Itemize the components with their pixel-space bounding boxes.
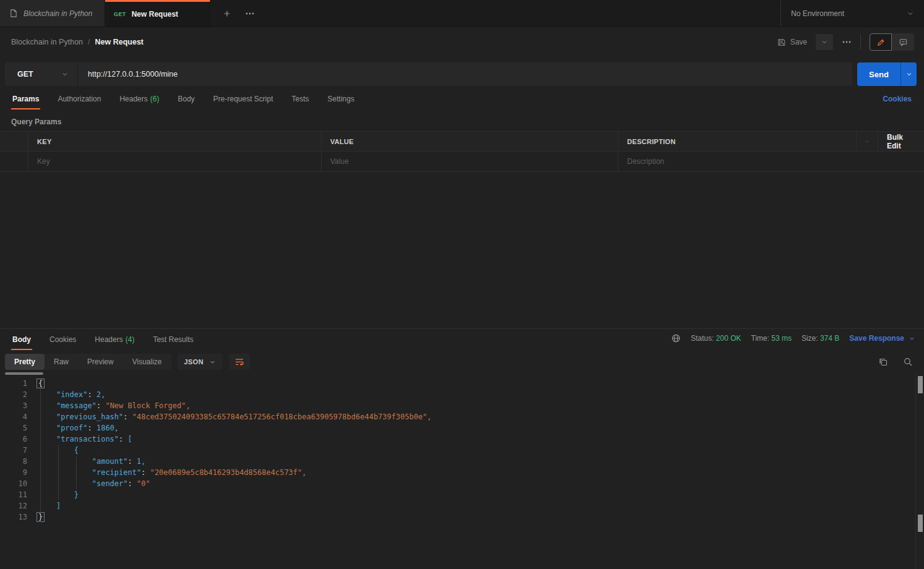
send-options-button[interactable] — [900, 62, 917, 86]
code-text: ] — [27, 500, 61, 511]
view-raw[interactable]: Raw — [45, 354, 78, 370]
fold-toggle[interactable]: { — [36, 379, 45, 388]
response-pane: Body Cookies Headers(4) Test Results Sta… — [0, 328, 924, 569]
key-input[interactable]: Key — [28, 152, 322, 171]
response-toolbar-right — [878, 357, 913, 367]
line-number: 12 — [0, 500, 27, 511]
tab-collection[interactable]: Blockchain in Python — [0, 0, 105, 27]
tab-authorization[interactable]: Authorization — [56, 92, 102, 109]
response-view-toolbar: Pretty Raw Preview Visualize JSON — [0, 351, 924, 372]
code-text: "amount": 1, — [27, 456, 145, 467]
request-header-row: Blockchain in Python / New Request Save — [0, 27, 924, 57]
indent-guide — [40, 389, 41, 511]
search-response-button[interactable] — [903, 357, 913, 367]
tab-settings-label: Settings — [328, 95, 354, 103]
bulk-edit-button[interactable]: Bulk Edit — [878, 132, 924, 151]
status-badge: Status: 200 OK — [691, 334, 741, 343]
line-number: 8 — [0, 456, 27, 467]
scrollbar-thumb[interactable] — [918, 376, 923, 393]
url-input[interactable] — [78, 62, 852, 86]
tab-options-button[interactable] — [245, 9, 255, 19]
tab-headers[interactable]: Headers(6) — [118, 92, 160, 109]
edit-documentation-button[interactable] — [870, 33, 892, 51]
code-line: 4 "previous_hash": "48ced375024093385c65… — [0, 411, 924, 422]
breadcrumb-separator: / — [88, 38, 90, 46]
code-line: 5 "proof": 1860, — [0, 422, 924, 434]
table-row: Key Value Description — [0, 152, 924, 171]
tab-tests[interactable]: Tests — [291, 92, 310, 109]
code-line: 9 "recipient": "20e0689e5c8b416293b4d856… — [0, 467, 924, 478]
response-tab-body-label: Body — [12, 335, 31, 344]
format-selector[interactable]: JSON — [178, 354, 223, 370]
select-all-cell[interactable] — [0, 132, 28, 151]
wrap-lines-button[interactable] — [229, 354, 250, 370]
horizontal-scrollbar[interactable] — [5, 372, 43, 375]
environment-label: No Environment — [791, 9, 844, 18]
response-tab-test-results[interactable]: Test Results — [152, 332, 194, 350]
indent-guide — [58, 445, 59, 500]
network-globe-icon[interactable] — [671, 333, 681, 343]
tab-params-label: Params — [12, 95, 39, 103]
table-options-button[interactable] — [857, 132, 878, 151]
request-tab-method: GET — [114, 11, 126, 17]
new-tab-button[interactable] — [223, 9, 231, 18]
vertical-scrollbar[interactable] — [915, 372, 924, 569]
tab-authorization-label: Authorization — [58, 95, 101, 103]
tab-pre-request-script[interactable]: Pre-request Script — [212, 92, 275, 109]
breadcrumb-collection[interactable]: Blockchain in Python — [11, 38, 83, 46]
copy-response-button[interactable] — [878, 357, 888, 367]
line-number: 13 — [0, 511, 27, 523]
tab-params[interactable]: Params — [11, 92, 40, 109]
value-input[interactable]: Value — [322, 152, 618, 171]
search-icon — [903, 357, 913, 367]
comments-button[interactable] — [892, 33, 914, 51]
row-select-cell[interactable] — [0, 152, 28, 171]
response-tab-headers[interactable]: Headers(4) — [93, 332, 135, 350]
environment-selector[interactable]: No Environment — [781, 0, 924, 27]
tab-request-active[interactable]: GET New Request — [105, 0, 210, 27]
status-label: Status: — [691, 334, 714, 343]
line-number: 10 — [0, 478, 27, 489]
request-header-actions: Save — [777, 33, 914, 51]
response-tabs: Body Cookies Headers(4) Test Results Sta… — [0, 329, 924, 351]
request-tabs: Params Authorization Headers(6) Body Pre… — [0, 92, 924, 113]
code-text: "proof": 1860, — [27, 422, 119, 434]
query-params-header: Query Params — [0, 113, 924, 131]
view-preview[interactable]: Preview — [78, 354, 123, 370]
save-response-button[interactable]: Save Response — [849, 334, 915, 343]
response-meta: Status: 200 OK Time: 53 ms Size: 374 B S… — [671, 332, 915, 343]
description-input[interactable]: Description — [618, 152, 924, 171]
scrollbar-thumb[interactable] — [918, 515, 923, 532]
copy-icon — [878, 357, 888, 367]
method-selector[interactable]: GET — [5, 62, 78, 86]
code-line: 3 "message": "New Block Forged", — [0, 400, 924, 411]
code-line: 1{ — [0, 378, 924, 389]
postman-app: Blockchain in Python GET New Request No … — [0, 0, 924, 569]
column-header-key: KEY — [28, 132, 322, 151]
line-number: 4 — [0, 411, 27, 422]
pencil-icon — [876, 38, 886, 47]
line-number: 2 — [0, 389, 27, 400]
response-tab-cookies[interactable]: Cookies — [48, 332, 77, 350]
code-text: { — [27, 445, 79, 456]
more-actions-button[interactable] — [842, 37, 852, 47]
view-visualize[interactable]: Visualize — [123, 354, 171, 370]
tab-body[interactable]: Body — [176, 92, 195, 109]
code-text: "transactions": [ — [27, 434, 132, 445]
line-number: 7 — [0, 445, 27, 456]
tab-bar-actions — [210, 0, 267, 27]
fold-toggle[interactable]: } — [36, 512, 45, 522]
code-text: "sender": "0" — [27, 478, 150, 489]
response-tab-headers-label: Headers — [95, 335, 122, 344]
tab-settings[interactable]: Settings — [327, 92, 356, 109]
save-button-label: Save — [790, 38, 807, 46]
send-button[interactable]: Send — [857, 62, 900, 86]
status-value: 200 OK — [716, 334, 742, 343]
code-text: } — [27, 511, 45, 523]
cookies-link[interactable]: Cookies — [883, 92, 912, 103]
view-pretty[interactable]: Pretty — [5, 354, 45, 370]
response-body-viewer[interactable]: 1{2 "index": 2,3 "message": "New Block F… — [0, 372, 924, 569]
save-options-button[interactable] — [816, 34, 833, 50]
save-button[interactable]: Save — [777, 38, 807, 47]
response-tab-body[interactable]: Body — [11, 332, 32, 350]
